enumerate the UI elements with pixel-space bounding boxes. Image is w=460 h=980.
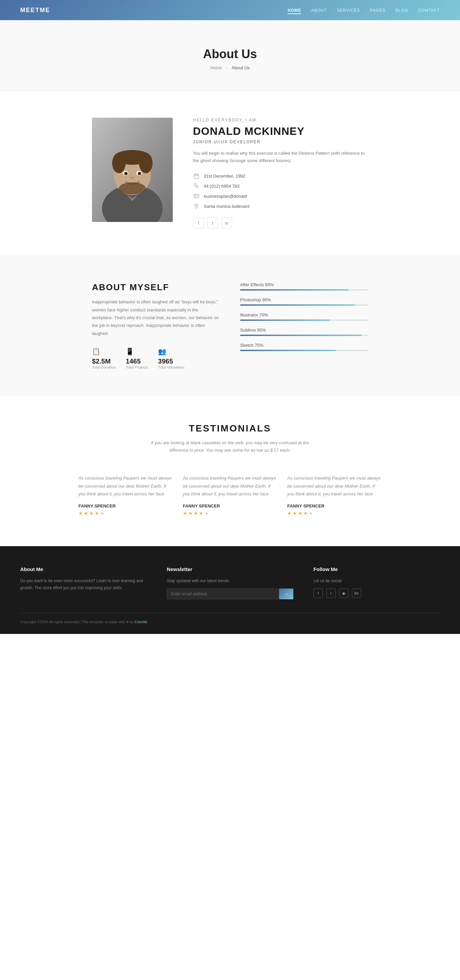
calendar-icon: [193, 172, 200, 179]
star: ★: [309, 511, 313, 516]
footer-colorlib-link[interactable]: Colorlib: [135, 620, 147, 624]
nav-about[interactable]: ABOUT: [311, 8, 327, 13]
profile-details: 31st December, 1992 44 (012) 6954 783: [193, 172, 368, 210]
star: ★: [292, 511, 297, 516]
stat-donation: 📋 $2.5M Total Donation: [92, 347, 115, 369]
testimonial-text: As conscious traveling Paupers we must a…: [183, 474, 277, 498]
footer-behance[interactable]: Be: [352, 589, 361, 598]
footer-facebook[interactable]: f: [313, 589, 323, 598]
star: ★: [298, 511, 302, 516]
about-text: inappropriate behavior is often laughed …: [92, 298, 220, 337]
skill-bar-bg: [240, 335, 368, 336]
svg-rect-12: [194, 174, 199, 178]
profile-info: HELLO EVERYBODY, I AM DONALD MCKINNEY JU…: [193, 118, 368, 228]
footer-twitter[interactable]: t: [326, 589, 336, 598]
skill-name: After Effects 85%: [240, 282, 274, 287]
skill-bar-fill: [240, 335, 362, 336]
testimonials-subtitle: If you are looking at blank cassettes on…: [149, 439, 311, 454]
footer-bottom: Copyright ©2024 All rights reserved | Th…: [20, 613, 440, 624]
nav-home[interactable]: HOME: [288, 8, 301, 14]
star: ★: [89, 511, 94, 516]
breadcrumb-home[interactable]: Home: [210, 65, 222, 70]
skill-item-sketch: Sketch 75%: [240, 343, 368, 351]
nav-pages[interactable]: PAGES: [370, 8, 385, 13]
skill-bar-fill: [240, 320, 330, 321]
star: ★: [78, 511, 83, 516]
testimonial-text: As conscious traveling Paupers we must a…: [78, 474, 173, 498]
footer-instagram[interactable]: ◉: [339, 589, 348, 598]
stats-row: 📋 $2.5M Total Donation 📱 1465 Total Proj…: [92, 347, 220, 369]
projects-icon: 📱: [126, 347, 134, 355]
profile-name: DONALD MCKINNEY: [193, 125, 368, 138]
nav-blog[interactable]: BLOG: [396, 8, 408, 13]
skill-bar-fill: [240, 350, 336, 351]
testimonial-text: As conscious traveling Paupers we must a…: [287, 474, 382, 498]
about-section: ABOUT MYSELF inappropriate behavior is o…: [0, 255, 460, 396]
footer-copyright: Copyright ©2024 All rights reserved | Th…: [20, 620, 133, 624]
profile-detail-email: businessplan@donald: [193, 193, 368, 199]
svg-point-11: [119, 182, 146, 194]
stat-volunteers: 👥 3965 Total Volunteers: [158, 347, 184, 369]
skill-item-after-effects: After Effects 85%: [240, 282, 368, 291]
social-twitter[interactable]: t: [207, 218, 218, 228]
testimonial-card-0: As conscious traveling Paupers we must a…: [78, 471, 173, 519]
profile-description: You will begin to realise why this exerc…: [193, 150, 368, 164]
stat-donation-label: Total Donation: [92, 365, 115, 369]
star: ★: [303, 511, 308, 516]
skill-bar-bg: [240, 304, 368, 306]
stat-volunteers-value: 3965: [158, 358, 173, 365]
testimonial-stars: ★★★★★: [287, 511, 382, 516]
svg-point-14: [196, 205, 197, 206]
newsletter-input-wrap: →: [167, 589, 293, 599]
stat-volunteers-label: Total Volunteers: [158, 365, 184, 369]
skill-name: Illustrator 70%: [240, 312, 268, 318]
star: ★: [94, 511, 99, 516]
testimonial-author: FANNY SPENCER: [78, 503, 173, 509]
svg-point-9: [124, 172, 128, 175]
svg-point-5: [112, 153, 126, 173]
footer-newsletter: Newsletter Stay updated with our latest …: [167, 566, 293, 600]
testimonials-section: TESTIMONIALS If you are looking at blank…: [0, 396, 460, 546]
svg-rect-13: [194, 194, 199, 198]
social-facebook[interactable]: f: [193, 218, 204, 228]
footer-about-text: Do you want to be even more successful? …: [20, 578, 147, 592]
star: ★: [204, 511, 209, 516]
skill-name: Photoshop 90%: [240, 297, 271, 302]
footer-follow-text: Let us be social: [313, 578, 440, 585]
profile-detail-phone: 44 (012) 6954 783: [193, 183, 368, 189]
nav-logo[interactable]: MEETME: [20, 7, 50, 14]
about-skills: After Effects 85% Photoshop 90% Illustra…: [240, 282, 368, 369]
skill-bar-fill: [240, 304, 355, 306]
newsletter-email-input[interactable]: [167, 589, 279, 599]
testimonial-stars: ★★★★★: [183, 511, 277, 516]
testimonial-author: FANNY SPENCER: [183, 503, 277, 509]
skill-item-illustrator: Illustrator 70%: [240, 312, 368, 321]
skill-name: Sublime 95%: [240, 328, 266, 332]
testimonial-author: FANNY SPENCER: [287, 503, 382, 509]
hero-section: About Us Home → About Us: [0, 20, 460, 91]
location-icon: [193, 203, 200, 210]
footer: About Me Do you want to be even more suc…: [0, 546, 460, 634]
stat-projects-value: 1465: [126, 358, 141, 365]
social-linkedin[interactable]: in: [221, 218, 232, 228]
skill-bar-fill: [240, 289, 349, 291]
breadcrumb: Home → About Us: [7, 65, 453, 70]
newsletter-submit-button[interactable]: →: [279, 589, 293, 599]
stat-projects-label: Total Projects: [126, 365, 148, 369]
svg-point-10: [138, 172, 141, 175]
nav-links: HOME ABOUT SERVICES PAGES BLOG CONTACT: [288, 7, 440, 13]
testimonial-card-1: As conscious traveling Paupers we must a…: [183, 471, 277, 519]
nav-services[interactable]: SERVICES: [337, 8, 360, 13]
nav-contact[interactable]: CONTACT: [418, 8, 440, 13]
skill-bar-bg: [240, 350, 368, 351]
star: ★: [199, 511, 203, 516]
breadcrumb-arrow: →: [225, 65, 229, 70]
star: ★: [100, 511, 104, 516]
email-icon: [193, 193, 200, 199]
phone-icon: [193, 183, 200, 189]
testimonial-stars: ★★★★★: [78, 511, 173, 516]
profile-detail-address: Santa monica bullevard: [193, 203, 368, 210]
star: ★: [287, 511, 292, 516]
volunteers-icon: 👥: [158, 347, 166, 355]
about-title: ABOUT MYSELF: [92, 282, 220, 293]
